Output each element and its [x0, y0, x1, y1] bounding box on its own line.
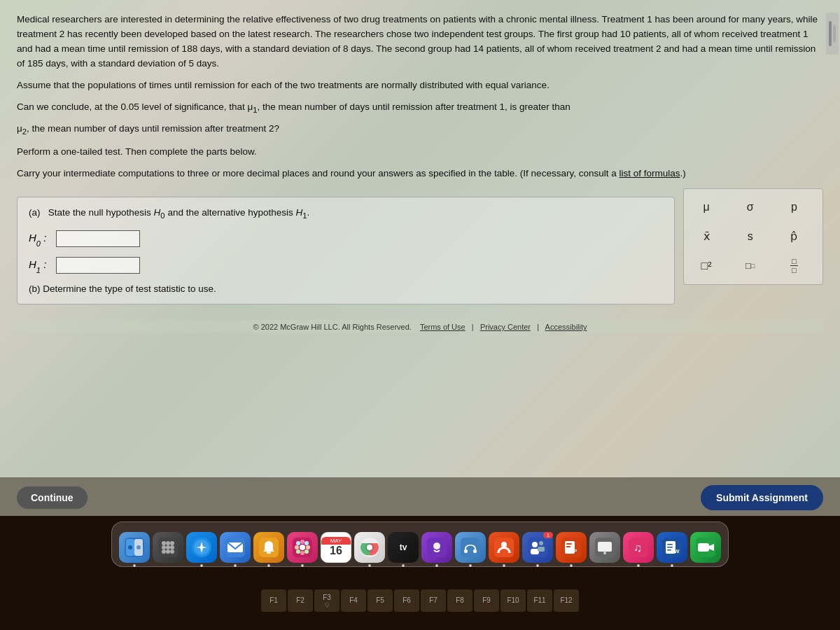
- photos-dot: [301, 564, 304, 567]
- continue-button[interactable]: Continue: [17, 486, 88, 509]
- dock-facetime[interactable]: [690, 532, 721, 563]
- dock-calendar[interactable]: MAY 16: [321, 532, 351, 563]
- dock-screenshot[interactable]: [589, 532, 620, 563]
- symbol-mu[interactable]: μ: [691, 196, 722, 218]
- dock-chrome[interactable]: [354, 532, 385, 563]
- privacy-link[interactable]: Privacy Center: [480, 323, 531, 331]
- svg-point-32: [296, 550, 300, 554]
- svg-rect-0: [829, 21, 832, 46]
- svg-point-5: [128, 545, 132, 550]
- h1-label: H1 :: [29, 258, 46, 272]
- svg-point-25: [300, 545, 305, 550]
- dock-teams[interactable]: 1: [522, 532, 553, 563]
- screen: Medical researchers are interested in de…: [0, 0, 840, 630]
- dock-finder[interactable]: [119, 532, 150, 563]
- sidebar-icon[interactable]: [826, 13, 839, 55]
- calendar-day: 16: [330, 545, 342, 557]
- calendar-month: MAY: [321, 537, 351, 545]
- dock-tuner[interactable]: [455, 532, 486, 563]
- svg-point-13: [170, 545, 174, 550]
- keyboard-area: F1 F2 F3Q F4 F5 F6 F7 F8 F9 F10 F11 F12: [0, 570, 840, 630]
- svg-rect-39: [461, 538, 480, 557]
- svg-point-28: [295, 545, 299, 550]
- tv-dot: [402, 564, 405, 567]
- h0-input[interactable]: [56, 230, 140, 247]
- svg-point-30: [296, 541, 300, 545]
- symbol-sigma[interactable]: σ: [735, 196, 766, 218]
- svg-rect-23: [267, 552, 271, 554]
- dock-launchpad[interactable]: [153, 532, 183, 563]
- copyright-bar: © 2022 McGraw Hill LLC. All Rights Reser…: [17, 320, 823, 332]
- word-dot: [671, 564, 673, 567]
- svg-point-31: [304, 541, 309, 545]
- symbol-fraction[interactable]: □ □: [778, 255, 809, 277]
- list-of-formulas-link[interactable]: list of formulas: [619, 168, 680, 178]
- key-f1[interactable]: F1: [261, 589, 286, 612]
- svg-point-27: [300, 551, 304, 555]
- question-paragraph2: Assume that the populations of times unt…: [17, 78, 823, 93]
- svg-point-14: [162, 550, 166, 554]
- symbol-p[interactable]: p: [778, 196, 809, 218]
- key-f11[interactable]: F11: [527, 589, 552, 612]
- symbol-squared[interactable]: □²: [691, 255, 722, 277]
- svg-point-56: [603, 552, 606, 554]
- svg-rect-66: [698, 543, 709, 552]
- dock-alerts[interactable]: [253, 532, 284, 563]
- h1-input[interactable]: [56, 257, 140, 274]
- h0-row: H0 :: [29, 230, 663, 247]
- svg-rect-64: [667, 550, 671, 551]
- bottom-bar: Continue Submit Assignment: [0, 477, 840, 516]
- key-f7[interactable]: F7: [421, 589, 446, 612]
- key-f6[interactable]: F6: [394, 589, 419, 612]
- svg-point-29: [306, 545, 310, 550]
- svg-rect-40: [464, 550, 468, 553]
- symbol-subscript[interactable]: □□: [735, 255, 766, 277]
- submit-assignment-button[interactable]: Submit Assignment: [701, 485, 823, 510]
- alerts-dot: [267, 564, 270, 567]
- svg-point-15: [166, 550, 170, 554]
- svg-point-16: [170, 550, 174, 554]
- svg-rect-51: [566, 543, 572, 545]
- key-f9[interactable]: F9: [474, 589, 499, 612]
- accessibility-link[interactable]: Accessibility: [545, 323, 587, 331]
- webpage: Medical researchers are interested in de…: [0, 0, 840, 477]
- terms-link[interactable]: Terms of Use: [420, 323, 465, 331]
- symbol-phat[interactable]: p̂: [778, 225, 809, 248]
- svg-point-10: [170, 541, 174, 545]
- svg-point-11: [162, 545, 166, 550]
- chrome-dot: [368, 564, 371, 567]
- key-f8[interactable]: F8: [447, 589, 472, 612]
- svg-point-45: [532, 542, 538, 547]
- symbol-s[interactable]: s: [735, 225, 766, 248]
- dock-podcast[interactable]: [421, 532, 452, 563]
- question-paragraph4: Perform a one-tailed test. Then complete…: [17, 145, 823, 160]
- key-f3[interactable]: F3Q: [314, 589, 340, 612]
- dock-mail[interactable]: [220, 532, 251, 563]
- key-f4[interactable]: F4: [341, 589, 366, 612]
- svg-rect-41: [473, 550, 477, 553]
- svg-point-36: [367, 545, 372, 550]
- key-f2[interactable]: F2: [288, 589, 313, 612]
- dock-powerpoint[interactable]: P: [556, 532, 587, 563]
- dock: MAY 16 tv: [111, 522, 729, 567]
- key-f12[interactable]: F12: [554, 589, 579, 612]
- dock-music[interactable]: ♫: [623, 532, 654, 563]
- key-f5[interactable]: F5: [368, 589, 393, 612]
- dock-word[interactable]: W: [657, 532, 687, 563]
- symbol-xbar[interactable]: x̄: [691, 225, 722, 248]
- svg-point-46: [539, 541, 543, 545]
- podcast-dot: [435, 564, 438, 567]
- svg-point-26: [300, 540, 304, 544]
- arc-dot: [503, 564, 505, 567]
- svg-rect-48: [538, 547, 545, 552]
- svg-text:P: P: [573, 548, 578, 554]
- part-b-label: (b) Determine the type of test statistic…: [29, 284, 663, 294]
- dock-arc[interactable]: [489, 532, 519, 563]
- svg-point-33: [304, 550, 309, 554]
- dock-safari[interactable]: [186, 532, 217, 563]
- dock-tv[interactable]: tv: [388, 532, 419, 563]
- question-paragraph5: Carry your intermediate computations to …: [17, 167, 823, 181]
- dock-photos[interactable]: [287, 532, 318, 563]
- finder-dot: [133, 564, 136, 567]
- key-f10[interactable]: F10: [500, 589, 526, 612]
